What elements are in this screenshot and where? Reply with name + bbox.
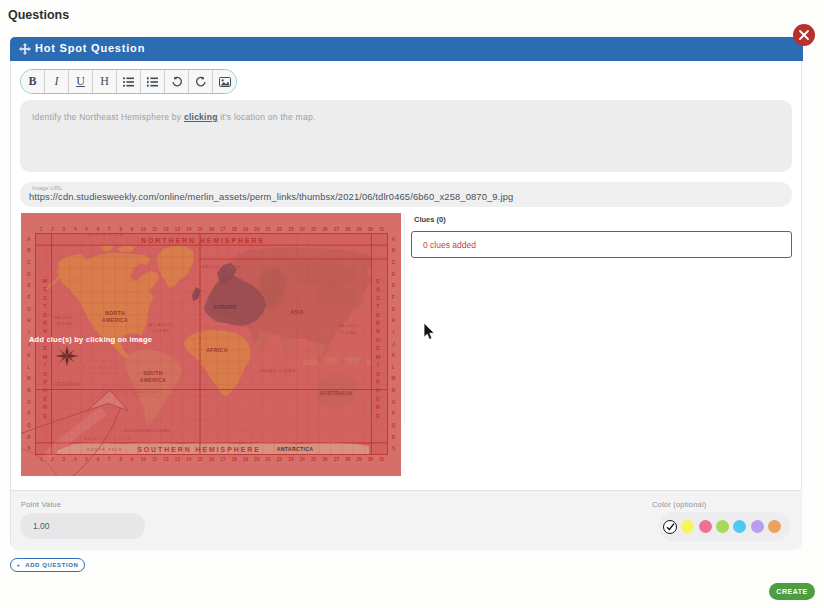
svg-text:N: N — [376, 328, 380, 334]
svg-text:H: H — [376, 387, 380, 393]
svg-text:E: E — [376, 396, 380, 402]
svg-text:S: S — [376, 371, 380, 377]
svg-text:21: 21 — [266, 227, 272, 232]
svg-text:P: P — [392, 411, 395, 416]
svg-text:H: H — [376, 337, 380, 343]
svg-text:EUROPE: EUROPE — [213, 304, 237, 310]
svg-text:OCEAN: OCEAN — [339, 330, 357, 335]
svg-text:AUSTRALIA: AUSTRALIA — [320, 390, 353, 396]
svg-text:AMERICA: AMERICA — [102, 317, 128, 323]
svg-text:17: 17 — [220, 227, 226, 232]
svg-text:13: 13 — [175, 227, 181, 232]
svg-text:AFRICA: AFRICA — [206, 347, 227, 353]
svg-text:T: T — [43, 303, 47, 309]
svg-text:S: S — [27, 446, 30, 451]
svg-text:26: 26 — [322, 457, 328, 462]
svg-text:NORTHERN HEMISPHERE: NORTHERN HEMISPHERE — [141, 237, 265, 244]
svg-text:14: 14 — [186, 457, 192, 462]
svg-text:10: 10 — [141, 227, 147, 232]
svg-text:18: 18 — [232, 457, 238, 462]
svg-text:3: 3 — [63, 457, 66, 462]
svg-text:E: E — [376, 413, 380, 419]
svg-text:2: 2 — [51, 227, 54, 232]
svg-text:OCEANIA: OCEANIA — [54, 381, 80, 387]
svg-text:27: 27 — [334, 227, 340, 232]
svg-text:16: 16 — [209, 227, 215, 232]
svg-text:26: 26 — [322, 227, 328, 232]
svg-text:24: 24 — [300, 457, 306, 462]
svg-text:R: R — [376, 320, 380, 326]
svg-text:6: 6 — [97, 457, 100, 462]
svg-text:J: J — [392, 342, 395, 347]
svg-text:A: A — [376, 286, 380, 292]
svg-text:INDIAN OCEAN: INDIAN OCEAN — [259, 368, 296, 373]
svg-text:SOUTHERN HEMISPHERE: SOUTHERN HEMISPHERE — [137, 446, 261, 453]
svg-text:E Q U A T O R: E Q U A T O R — [83, 366, 119, 370]
svg-text:AMERICA: AMERICA — [140, 377, 166, 383]
svg-text:R: R — [43, 404, 47, 410]
svg-text:E: E — [27, 283, 30, 288]
svg-text:L: L — [28, 365, 31, 370]
svg-text:29: 29 — [357, 457, 363, 462]
svg-text:9: 9 — [131, 227, 134, 232]
svg-text:F: F — [28, 295, 31, 300]
svg-text:14: 14 — [186, 227, 192, 232]
svg-text:23: 23 — [288, 227, 294, 232]
svg-text:PACIFIC: PACIFIC — [338, 323, 358, 328]
svg-text:E: E — [43, 286, 47, 292]
svg-text:27: 27 — [334, 457, 340, 462]
svg-text:M: M — [43, 354, 48, 360]
svg-text:SOUTH: SOUTH — [143, 370, 163, 376]
svg-text:E: E — [392, 283, 395, 288]
svg-text:25: 25 — [311, 457, 317, 462]
svg-text:H: H — [43, 387, 47, 393]
svg-text:F: F — [392, 295, 395, 300]
svg-text:E: E — [43, 345, 47, 351]
svg-text:28: 28 — [345, 457, 351, 462]
svg-text:E: E — [43, 413, 47, 419]
svg-text:OCEAN: OCEAN — [55, 321, 73, 326]
svg-text:15: 15 — [198, 227, 204, 232]
svg-text:4: 4 — [74, 227, 77, 232]
svg-text:6: 6 — [97, 227, 100, 232]
svg-text:8: 8 — [119, 457, 122, 462]
svg-text:R: R — [43, 320, 47, 326]
svg-text:22: 22 — [277, 457, 283, 462]
svg-text:E: E — [376, 278, 380, 284]
svg-text:ARCTIC OCEAN: ARCTIC OCEAN — [202, 264, 240, 269]
svg-text:E: E — [376, 312, 380, 318]
svg-text:9: 9 — [131, 457, 134, 462]
svg-text:8: 8 — [119, 227, 122, 232]
svg-text:29: 29 — [357, 227, 363, 232]
svg-text:M: M — [27, 376, 31, 381]
svg-text:ANTARCTICA: ANTARCTICA — [277, 446, 314, 452]
svg-text:20: 20 — [254, 457, 260, 462]
svg-text:ATLANTIC: ATLANTIC — [149, 322, 173, 327]
svg-text:E: E — [43, 396, 47, 402]
svg-text:P: P — [376, 379, 380, 385]
svg-text:30: 30 — [368, 457, 374, 462]
svg-text:24: 24 — [300, 227, 306, 232]
svg-text:13: 13 — [175, 457, 181, 462]
svg-text:S: S — [392, 446, 395, 451]
svg-text:12: 12 — [164, 227, 170, 232]
svg-text:S: S — [43, 295, 47, 301]
svg-text:1: 1 — [40, 227, 43, 232]
svg-text:NORTH: NORTH — [105, 310, 125, 316]
svg-text:11: 11 — [152, 457, 157, 462]
svg-text:SOUTH POLE: SOUTH POLE — [87, 448, 123, 452]
svg-text:Q: Q — [392, 423, 396, 428]
svg-text:20: 20 — [254, 227, 260, 232]
svg-text:25: 25 — [311, 227, 317, 232]
svg-text:11: 11 — [152, 227, 157, 232]
svg-text:18: 18 — [232, 227, 238, 232]
svg-text:16: 16 — [209, 457, 215, 462]
svg-text:E: E — [376, 345, 380, 351]
svg-text:M: M — [392, 376, 396, 381]
svg-text:NORTH POLE: NORTH POLE — [88, 233, 124, 237]
svg-text:O: O — [392, 400, 396, 405]
svg-text:7: 7 — [108, 227, 111, 232]
svg-text:ASIA: ASIA — [290, 309, 304, 315]
svg-text:M: M — [376, 354, 381, 360]
svg-text:P: P — [43, 379, 47, 385]
